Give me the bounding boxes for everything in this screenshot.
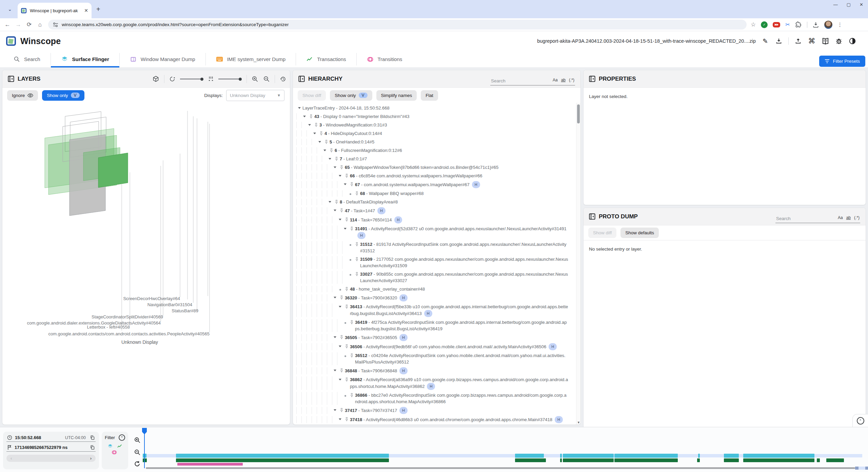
downloads-icon[interactable] — [812, 21, 819, 28]
tree-node[interactable]: 43 - Display 0 name="Integrierter Bildsc… — [293, 112, 576, 121]
tree-node[interactable]: 36866 - bbc27e0 ActivityRecordInputSink … — [293, 391, 576, 406]
show-defaults-chip[interactable]: Show defaults — [620, 228, 659, 238]
tree-node[interactable]: 68 - Wallpaper BBQ wrapper#68 — [293, 189, 576, 198]
tab-search-chevron-icon[interactable]: ⌄ — [5, 4, 15, 14]
home-icon[interactable]: ⌂ — [35, 21, 45, 28]
filter-presets-button[interactable]: Filter Presets — [819, 56, 865, 67]
expand-chevron-icon[interactable] — [337, 376, 343, 380]
tab-ime-system-server-dump[interactable]: IME system_server Dump — [206, 51, 296, 67]
shortcuts-icon[interactable]: ⌘ — [808, 37, 816, 45]
extension-play-icon[interactable]: ▶▶ — [773, 22, 780, 27]
match-word-icon[interactable]: ab — [561, 78, 566, 82]
new-tab-button[interactable]: + — [96, 5, 100, 13]
pin-icon[interactable] — [328, 147, 335, 153]
browser-menu-icon[interactable]: ⋮ — [837, 22, 843, 28]
tree-node[interactable]: 36413 - ActivityRecord{f5be33b u10 com.g… — [293, 302, 576, 318]
transactions-filter-icon[interactable] — [117, 444, 122, 449]
pin-icon[interactable] — [353, 271, 360, 276]
tree-node[interactable]: 37417 - Task=7907#37417H — [293, 406, 576, 415]
show-only-v-chip[interactable]: Show only V — [42, 90, 84, 101]
site-info-icon[interactable] — [53, 22, 58, 27]
tab-window-manager-dump[interactable]: Window Manager Dump — [120, 51, 205, 67]
extension-check-icon[interactable]: ✓ — [761, 21, 768, 28]
expand-chevron-icon[interactable] — [312, 130, 318, 134]
tree-node[interactable]: 67 - com.android.systemui.wallpapers.Ima… — [293, 180, 576, 189]
tree-node[interactable]: 5 - OneHanded:0:14#5 — [293, 138, 576, 146]
regex-icon[interactable]: (.*) — [854, 215, 860, 220]
extensions-puzzle-icon[interactable] — [795, 21, 802, 28]
rotation-slider[interactable] — [180, 78, 203, 81]
panel-dock-icon[interactable] — [298, 76, 305, 82]
match-word-icon[interactable]: ab — [846, 215, 851, 220]
tab-surface-flinger[interactable]: Surface Flinger — [51, 51, 119, 67]
expand-chevron-icon[interactable] — [342, 225, 348, 230]
pin-icon[interactable] — [343, 286, 350, 291]
pin-icon[interactable] — [348, 225, 355, 231]
url-bar[interactable]: winscope.teams.x20web.corp.google.com/pr… — [48, 20, 747, 29]
filter-collapse-icon[interactable]: ⌃ — [119, 434, 125, 441]
tree-node[interactable]: 37418 - ActivityRecord{46d86b3 u0 com.an… — [293, 415, 576, 424]
browser-tab[interactable]: Winscope | bugreport-ak ✕ — [18, 3, 92, 18]
expand-chevron-icon[interactable] — [332, 407, 338, 411]
pin-icon[interactable] — [348, 319, 355, 324]
zoom-out-icon[interactable] — [263, 76, 270, 82]
match-case-icon[interactable]: Aa — [553, 78, 558, 82]
expand-chevron-icon[interactable] — [322, 147, 328, 151]
back-icon[interactable]: ← — [2, 21, 13, 28]
pin-icon[interactable] — [353, 256, 360, 261]
copy-icon[interactable] — [90, 435, 95, 440]
spacing-slider[interactable] — [218, 78, 242, 81]
timeline-zoom-in-icon[interactable] — [133, 436, 142, 445]
tree-node[interactable]: 6 - FullscreenMagnification:0:12#6 — [293, 146, 576, 155]
tree-node[interactable]: 36419 - 4f275ca ActivityRecordInputSink … — [293, 318, 576, 333]
expand-chevron-icon[interactable] — [327, 199, 333, 203]
expand-chevron-icon[interactable] — [337, 216, 343, 220]
pin-icon[interactable] — [338, 407, 345, 412]
expand-chevron-icon[interactable] — [342, 181, 348, 185]
next-entry-icon[interactable]: › — [90, 456, 92, 461]
reload-icon[interactable]: ⟳ — [24, 21, 35, 28]
pin-icon[interactable] — [348, 392, 355, 397]
scissors-extension-icon[interactable]: ✂ — [785, 21, 790, 28]
scroll-down-arrow-icon[interactable]: ▼ — [576, 421, 581, 424]
minimize-icon[interactable]: — — [833, 2, 838, 7]
tree-node[interactable]: 7 - Leaf:0:1#7 — [293, 155, 576, 163]
zoom-in-icon[interactable] — [252, 76, 258, 82]
maximize-icon[interactable]: ▢ — [847, 2, 851, 7]
pin-icon[interactable] — [348, 352, 355, 358]
simplify-names-chip[interactable]: Simplify names — [376, 90, 417, 101]
show-only-v-chip[interactable]: Show only V — [330, 90, 372, 101]
panel-dock-icon[interactable] — [589, 213, 595, 220]
cube-3d-icon[interactable] — [152, 76, 159, 83]
pin-icon[interactable] — [353, 190, 360, 196]
pin-icon[interactable] — [338, 367, 345, 373]
transitions-filter-icon[interactable] — [112, 450, 117, 455]
tree-node[interactable]: 66 - c6c854e com.android.systemui.wallpa… — [293, 172, 576, 180]
upload-icon[interactable] — [794, 37, 802, 45]
panel-dock-icon[interactable] — [8, 76, 14, 82]
tree-node[interactable]: 47 - Task=1#47H — [293, 206, 576, 215]
expand-chevron-icon[interactable] — [332, 367, 338, 371]
pin-icon[interactable] — [343, 173, 350, 178]
hierarchy-scrollbar[interactable]: ▼ — [576, 103, 580, 425]
match-case-icon[interactable]: Aa — [838, 215, 843, 220]
download-icon[interactable] — [775, 37, 783, 45]
layers-filter-icon[interactable] — [107, 444, 113, 449]
expand-chevron-icon[interactable] — [337, 303, 343, 308]
tree-node[interactable]: 36848 - Task=7906#36848H — [293, 366, 576, 375]
panel-dock-icon[interactable] — [589, 76, 595, 82]
tree-node[interactable]: 31491 - ActivityRecord{52d3872 u0 com.go… — [293, 224, 576, 240]
close-window-icon[interactable]: ✕ — [860, 2, 863, 7]
timeline-canvas[interactable] — [142, 427, 868, 472]
collapse-timeline-icon[interactable]: ⌃ — [857, 417, 864, 425]
tree-node[interactable]: 36505 - Task=7902#36505H — [293, 333, 576, 342]
expand-chevron-icon[interactable] — [337, 343, 343, 347]
pin-icon[interactable] — [333, 199, 340, 204]
tree-node[interactable]: 48 - home_task_overlay_container#48 — [293, 285, 576, 293]
tab-search[interactable]: Search — [0, 51, 51, 67]
pin-icon[interactable] — [308, 113, 314, 119]
tree-node[interactable]: 114 - Task=7650#114H — [293, 215, 576, 224]
pin-icon[interactable] — [318, 130, 324, 136]
tab-transitions[interactable]: Transitions — [357, 51, 413, 67]
timeline-zoom-out-icon[interactable] — [133, 448, 142, 457]
